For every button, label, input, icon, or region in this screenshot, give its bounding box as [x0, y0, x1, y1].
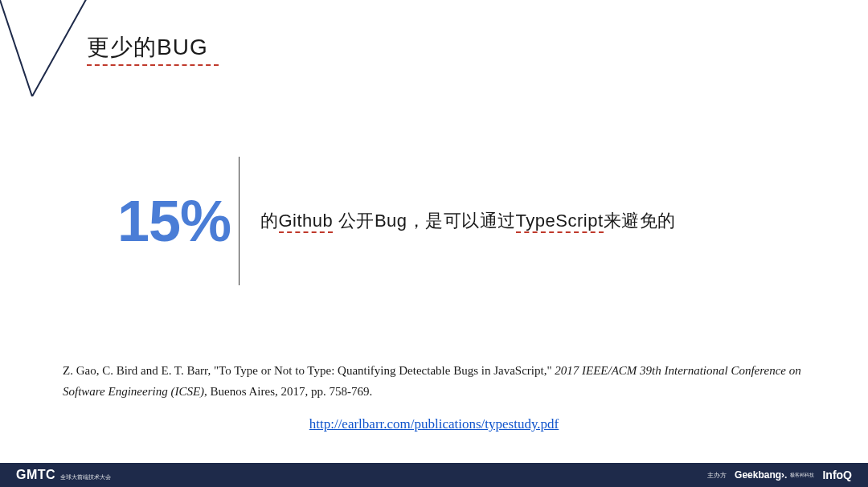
citation-link-row: http://earlbarr.com/publications/typestu… [0, 416, 868, 432]
stat-description: 的Github 公开Bug，是可以通过TypeScript来避免的 [260, 209, 676, 233]
footer-brand-infoq: InfoQ [822, 469, 852, 481]
footer-logo: GMTC [16, 468, 55, 482]
stat-word-typescript: TypeScript [516, 211, 604, 233]
stat-desc-prefix: 的 [260, 211, 279, 231]
footer-host-label: 主办方 [707, 471, 727, 480]
stat-divider [239, 157, 240, 285]
stat-percentage: 15% [0, 188, 231, 254]
citation-authors-title: Z. Gao, C. Bird and E. T. Barr, "To Type… [63, 364, 555, 377]
footer-right: 主办方 Geekbang›. 极客邦科技 InfoQ [707, 469, 852, 481]
citation-rest: , Buenos Aires, 2017, pp. 758-769. [204, 385, 372, 398]
stat-desc-suffix: 来避免的 [604, 211, 676, 231]
footer-logo-sub: 全球大前端技术大会 [60, 473, 111, 481]
footer-bar: GMTC 全球大前端技术大会 主办方 Geekbang›. 极客邦科技 Info… [0, 463, 868, 487]
stat-section: 15% 的Github 公开Bug，是可以通过TypeScript来避免的 [0, 157, 868, 285]
footer-brand-geekbang: Geekbang›. [735, 469, 787, 481]
stat-desc-mid: 公开Bug，是可以通过 [333, 211, 515, 231]
footer-left: GMTC 全球大前端技术大会 [16, 468, 111, 482]
citation-link[interactable]: http://earlbarr.com/publications/typestu… [309, 416, 559, 432]
stat-word-github: Github [279, 211, 334, 233]
citation-block: Z. Gao, C. Bird and E. T. Barr, "To Type… [63, 360, 805, 403]
footer-brand-geekbang-sub: 极客邦科技 [790, 472, 814, 479]
slide-title: 更少的BUG [87, 32, 208, 63]
title-underline [87, 64, 219, 66]
